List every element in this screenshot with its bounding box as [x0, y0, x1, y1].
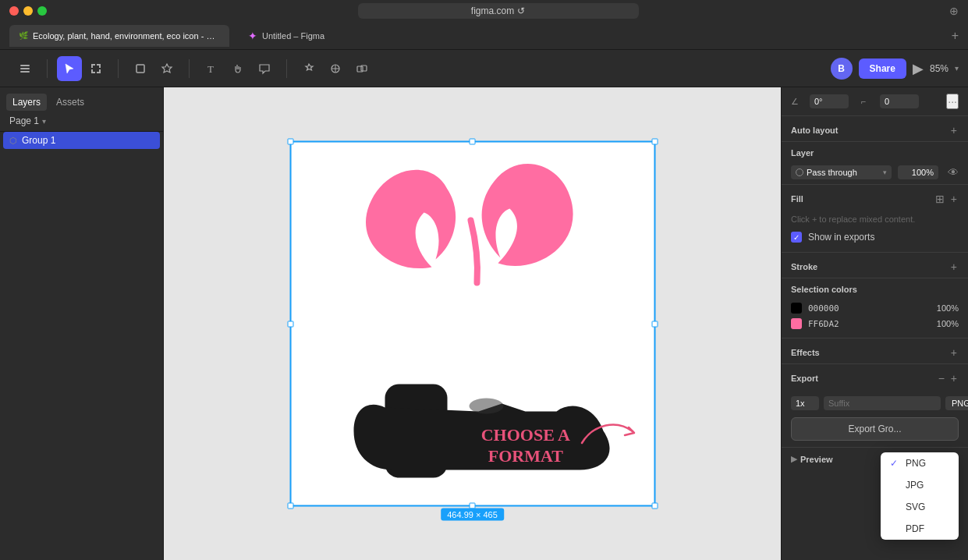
tab-figma[interactable]: ✦ Untitled – Figma: [239, 25, 334, 47]
reload-icon[interactable]: ↺: [517, 5, 525, 16]
tab-title-figma: Untitled – Figma: [262, 31, 324, 41]
fill-grid-button[interactable]: ⊞: [934, 191, 946, 207]
layer-group1[interactable]: ⬡ Group 1: [3, 132, 160, 149]
effects-add-button[interactable]: +: [949, 345, 959, 360]
layers-tab[interactable]: Layers: [6, 94, 47, 111]
page-selector[interactable]: Page 1 ▾: [0, 111, 163, 132]
layer-group1-name: Group 1: [22, 135, 55, 146]
color-row-1: 000000 100%: [791, 300, 959, 316]
color-swatch-2[interactable]: [791, 318, 802, 329]
page-name: Page 1: [9, 115, 39, 126]
maximize-button[interactable]: [37, 6, 47, 16]
assets-tab[interactable]: Assets: [50, 94, 90, 111]
corner-input[interactable]: [880, 94, 919, 108]
pdf-label: PDF: [906, 523, 924, 534]
annotation-arrow: [578, 416, 640, 447]
svg-rect-1: [20, 68, 30, 69]
pdf-checkmark: ✓: [890, 523, 899, 534]
color-row-2: FF6DA2 100%: [791, 316, 959, 331]
share-button[interactable]: Share: [859, 58, 906, 79]
checkbox-check-icon: ✓: [793, 233, 800, 242]
format-option-jpg[interactable]: ✓ JPG: [881, 474, 959, 496]
fill-hint-text: Click + to replace mixed content.: [791, 213, 959, 229]
show-in-exports-row: ✓ Show in exports: [791, 229, 959, 246]
close-button[interactable]: [9, 6, 19, 16]
stroke-section-title: Stroke: [791, 262, 949, 271]
component-tool-button[interactable]: [296, 56, 321, 81]
visibility-toggle[interactable]: 👁: [948, 166, 959, 179]
format-option-svg[interactable]: ✓ SVG: [881, 496, 959, 518]
blend-mode-row: Pass through ▾ 👁: [791, 165, 959, 179]
main-menu-group: [9, 56, 41, 81]
comment-tool-button[interactable]: [252, 56, 277, 81]
blend-chevron: ▾: [883, 168, 887, 176]
toolbar-right: B Share ▶ 85% ▾: [831, 58, 959, 80]
play-button[interactable]: ▶: [913, 60, 924, 77]
minimize-button[interactable]: [23, 6, 33, 16]
format-option-png[interactable]: ✓ PNG: [881, 452, 959, 474]
auto-layout-add-button[interactable]: +: [949, 122, 959, 138]
color-swatch-1[interactable]: [791, 303, 802, 314]
artboard-size-label: 464.99 × 465: [441, 509, 504, 521]
artboard[interactable]: 464.99 × 465: [291, 143, 654, 505]
selection-colors-title: Selection colors: [791, 285, 959, 294]
user-avatar[interactable]: B: [831, 58, 853, 80]
text-tools: T: [196, 56, 280, 81]
color-name-2: FF6DA2: [808, 319, 931, 329]
svg-checkmark: ✓: [890, 502, 899, 512]
export-section-header: Export − +: [782, 363, 968, 389]
export-group-button[interactable]: Export Gro...: [791, 417, 959, 441]
window-controls: [9, 6, 47, 16]
fill-add-button[interactable]: +: [949, 191, 959, 207]
jpg-checkmark: ✓: [890, 480, 899, 491]
mask-tool-button[interactable]: [323, 56, 348, 81]
show-exports-checkbox[interactable]: ✓: [791, 232, 802, 243]
frame-tool-button[interactable]: [83, 56, 108, 81]
plant-icon: [291, 143, 654, 505]
svg-rect-0: [20, 65, 30, 66]
more-options-button[interactable]: ···: [946, 94, 959, 109]
new-tab-button[interactable]: +: [952, 29, 959, 43]
export-minus-button[interactable]: −: [937, 370, 946, 386]
export-add-button[interactable]: +: [949, 370, 959, 386]
svg-rect-9: [99, 64, 101, 68]
fill-actions: ⊞ +: [934, 191, 959, 207]
shape-tool-button[interactable]: [128, 56, 153, 81]
export-scale-input[interactable]: [791, 396, 819, 410]
angle-input[interactable]: [810, 94, 849, 108]
shape-tools: [125, 56, 183, 81]
format-dropdown[interactable]: ✓ PNG ✓ JPG ✓ SVG ✓ PDF: [881, 452, 959, 540]
tab-iconfinder[interactable]: 🌿 Ecology, plant, hand, environment, eco…: [9, 25, 229, 47]
tool-separator-2: [118, 59, 119, 78]
format-option-pdf[interactable]: ✓ PDF: [881, 518, 959, 540]
canvas[interactable]: 464.99 × 465 Choose a format: [164, 87, 781, 560]
preview-chevron: ▶: [791, 454, 797, 464]
fill-section-title: Fill: [791, 194, 934, 204]
main-menu-button[interactable]: [12, 56, 37, 81]
hand-tool-button[interactable]: [225, 56, 250, 81]
pen-tool-button[interactable]: [154, 56, 179, 81]
layer-section-title: Layer: [791, 148, 959, 158]
layer-section-header: Layer: [782, 141, 968, 161]
export-format-button[interactable]: PNG ▾: [945, 396, 968, 410]
blend-mode-select[interactable]: Pass through ▾: [791, 165, 892, 179]
export-suffix-input[interactable]: [824, 396, 941, 410]
jpg-label: JPG: [906, 480, 924, 491]
stroke-add-button[interactable]: +: [949, 259, 959, 275]
zoom-level[interactable]: 85%: [930, 63, 948, 74]
stroke-section-header: Stroke +: [782, 252, 968, 278]
export-options-row: PNG ▾ ···: [791, 392, 959, 414]
transform-row: ∠ ⌐ ···: [782, 87, 968, 115]
zoom-chevron[interactable]: ▾: [955, 64, 959, 73]
tab-favicon: 🌿: [19, 31, 28, 40]
opacity-input[interactable]: [898, 165, 938, 179]
blend-mode-circle: [796, 168, 803, 176]
tool-separator-3: [189, 59, 190, 78]
text-tool-button[interactable]: T: [199, 56, 224, 81]
effects-section-title: Effects: [791, 348, 949, 357]
select-tool-button[interactable]: [57, 56, 82, 81]
url-bar[interactable]: figma.com ↺: [358, 3, 639, 19]
export-actions: − +: [937, 370, 959, 386]
title-bar-right: ⊕: [949, 5, 959, 17]
boolean-tool-button[interactable]: [349, 56, 374, 81]
